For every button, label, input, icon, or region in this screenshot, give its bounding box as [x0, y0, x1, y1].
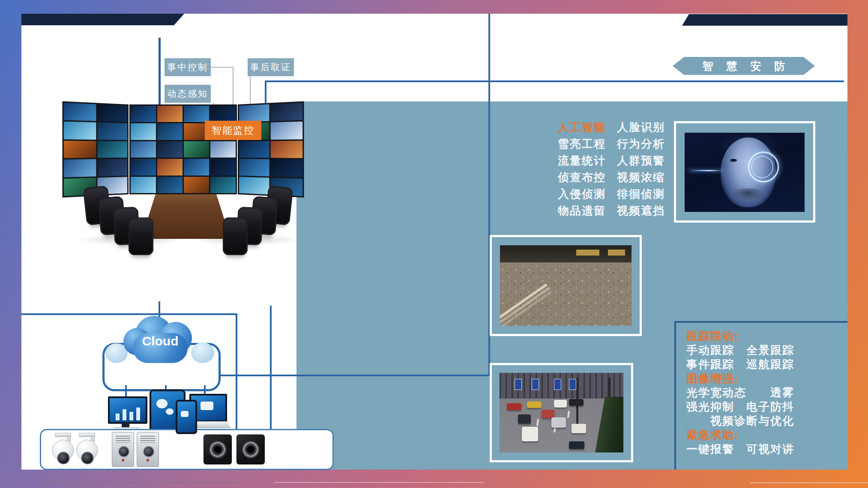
camera-lens — [57, 452, 70, 464]
ai-feature-left: 侦查布控 — [558, 170, 617, 185]
face-recognition-photo-frame — [674, 121, 815, 223]
desktop-monitor-icon — [108, 396, 147, 424]
video-wall-tile — [131, 123, 156, 140]
ai-feature-row: 入侵侦测徘徊侦测 — [558, 186, 665, 202]
video-wall-tile — [131, 106, 156, 122]
video-wall-tile — [64, 103, 96, 121]
ai-feature-row: 侦查布控视频浓缩 — [558, 169, 665, 186]
face-beard — [733, 188, 764, 201]
video-wall-tile — [270, 140, 302, 158]
car-white — [554, 400, 567, 408]
video-wall-tile — [157, 106, 183, 122]
video-wall-tile — [131, 159, 156, 175]
kiosk-light — [576, 250, 599, 256]
traffic-sign — [515, 379, 522, 390]
ai-feature-row: 雪亮工程行为分析 — [558, 136, 665, 152]
video-wall-tile — [210, 159, 236, 175]
chat-bubble — [166, 408, 174, 415]
feature-section-item: 光学宽动态 透雾 — [686, 386, 849, 400]
ai-feature-left: 入侵侦测 — [558, 187, 617, 202]
feature-section-heading: 图像增强: — [686, 372, 849, 386]
chat-bubble — [156, 399, 168, 408]
video-wall-tile — [97, 141, 127, 158]
intercom-grille — [141, 436, 155, 443]
header-horizontal-line — [265, 80, 844, 82]
video-wall-tile — [239, 177, 269, 195]
video-wall-tile — [64, 122, 96, 140]
ptz-camera-icon — [75, 433, 99, 465]
video-wall-tile — [97, 159, 127, 176]
ai-feature-right: 人群预警 — [617, 153, 665, 168]
video-wall-tile — [239, 104, 269, 122]
flow-box-post-event: 事后取证 — [248, 58, 294, 76]
car-red — [542, 410, 554, 418]
van-white — [522, 427, 538, 441]
video-wall-tile — [157, 177, 183, 193]
low-horizontal-line — [218, 375, 490, 376]
video-wall-tile — [131, 141, 156, 158]
ai-feature-left: 流量统计 — [558, 153, 617, 168]
door-intercom-icon — [112, 432, 134, 467]
crowd-photo-frame — [490, 235, 642, 336]
speaker-cone — [208, 440, 227, 459]
car-dark — [569, 441, 584, 449]
ai-feature-row: 流量统计人群预警 — [558, 152, 665, 169]
mid-line-drop-b — [270, 306, 272, 430]
traffic-photo — [500, 373, 623, 452]
video-wall-tile — [157, 123, 183, 140]
chart-bar — [136, 408, 140, 420]
flow-box-in-process-label: 事中控制 — [167, 61, 208, 73]
video-wall-right-segment — [238, 101, 304, 197]
video-wall-left-segment — [63, 101, 129, 197]
feature-sections-list: 跟踪联动:手动跟踪 全景跟踪事件跟踪 巡航跟踪图像增强:光学宽动态 透雾强光抑制… — [686, 329, 849, 456]
ai-feature-right: 视频浓缩 — [617, 170, 665, 185]
intercom-indicator — [147, 459, 149, 461]
ai-feature-right: 徘徊侦测 — [617, 187, 665, 202]
video-wall-tile — [210, 106, 236, 122]
white-page: 事中控制 动态感知 事后取证 智能监控 Cloud — [21, 14, 847, 470]
traffic-photo-frame — [490, 363, 633, 462]
crowd-photo-kiosk-band — [500, 245, 632, 262]
video-wall-center-segment — [129, 104, 237, 194]
video-wall-tile — [157, 159, 183, 175]
speaker-icon — [204, 434, 232, 464]
feature-section-item: 一键报警 可视对讲 — [686, 442, 849, 456]
brochure-spread: { "banner": { "label": "智 慧 安 防" }, "flo… — [0, 0, 868, 488]
video-wall-tile — [97, 122, 127, 140]
ai-feature-right: 视频遮挡 — [617, 203, 665, 218]
car-white — [572, 424, 586, 433]
video-wall-tile — [184, 177, 209, 193]
traffic-sign — [554, 379, 561, 390]
ai-feature-right: 行为分析 — [617, 137, 665, 152]
chart-bar — [116, 414, 120, 420]
video-wall-tile — [64, 140, 96, 158]
speaker-cone — [241, 440, 260, 459]
ai-feature-list: 人工智能人脸识别雪亮工程行为分析流量统计人群预警侦查布控视频浓缩入侵侦测徘徊侦测… — [558, 119, 665, 219]
flow-box-dynamic: 动态感知 — [165, 85, 211, 103]
connector-in-process-h — [211, 67, 233, 68]
cloud-label: Cloud — [123, 334, 197, 348]
kiosk-light — [608, 250, 625, 256]
lane-marking — [567, 411, 570, 418]
traffic-sign — [569, 379, 576, 390]
feature-section-item: 事件跟踪 巡航跟踪 — [686, 357, 849, 372]
intercom-grille — [116, 436, 130, 443]
video-wall-tile — [270, 159, 302, 177]
feature-section-item: 强光抑制 电子防抖 — [686, 400, 849, 414]
mid-line-drop-a — [236, 313, 237, 430]
feature-section-item: 手动跟踪 全景跟踪 — [686, 343, 849, 357]
video-wall-tile — [64, 159, 96, 177]
ai-feature-left: 雪亮工程 — [558, 137, 617, 152]
bottom-edge-line — [41, 482, 240, 483]
video-wall-tile — [210, 177, 236, 193]
video-wall-tile — [184, 159, 209, 175]
section-banner: 智 慧 安 防 — [673, 57, 815, 75]
ptz-camera-icon — [51, 433, 75, 465]
crowd-photo-railing — [500, 283, 548, 322]
roadside-hedge — [581, 397, 623, 452]
intercom-camera — [143, 446, 154, 457]
video-wall-tile — [131, 177, 156, 193]
top-left-navy-bar — [21, 14, 184, 25]
face-recognition-photo — [685, 133, 805, 212]
traffic-sign — [532, 379, 539, 390]
